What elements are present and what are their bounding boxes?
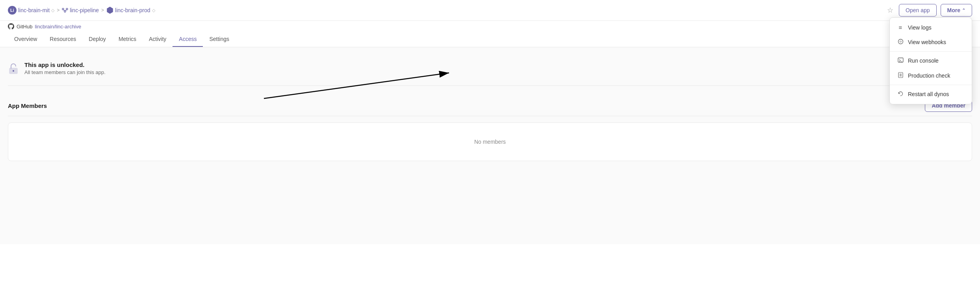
tab-access[interactable]: Access — [173, 32, 203, 47]
tab-metrics[interactable]: Metrics — [112, 32, 143, 47]
svg-point-2 — [64, 11, 66, 12]
restart-dynos-label: Restart all dynos — [908, 91, 949, 97]
unlock-text: This app is unlocked. All team members c… — [24, 61, 106, 75]
github-icon — [8, 23, 14, 30]
sub-header: GitHub lincbrain/linc-archive Overview R… — [0, 21, 980, 47]
app-name: linc-brain-prod — [115, 7, 150, 13]
dropdown-item-run-console[interactable]: Run console — [890, 53, 972, 68]
unlock-banner: This app is unlocked. All team members c… — [8, 55, 972, 86]
view-logs-icon: ≡ — [897, 24, 904, 31]
dropdown-item-production-check[interactable]: Production check — [890, 68, 972, 83]
svg-point-7 — [898, 39, 903, 44]
more-chevron-icon: ⌃ — [962, 8, 965, 13]
svg-rect-8 — [898, 58, 903, 62]
tab-overview[interactable]: Overview — [8, 32, 43, 47]
no-members-box: No members — [8, 122, 972, 161]
breadcrumb: Li linc-brain-mit ◇ > linc-pipeline > li… — [8, 6, 155, 15]
breadcrumb-pipeline[interactable]: linc-pipeline — [62, 7, 99, 13]
view-webhooks-icon — [897, 39, 904, 46]
dropdown-item-view-webhooks[interactable]: View webhooks — [890, 35, 972, 50]
dropdown-divider-1 — [890, 51, 972, 52]
app-diamond-icon: ◇ — [152, 8, 155, 13]
org-avatar: Li — [8, 6, 17, 15]
tab-settings[interactable]: Settings — [203, 32, 236, 47]
org-diamond-icon: ◇ — [51, 8, 54, 13]
svg-point-6 — [13, 70, 14, 72]
run-console-icon — [897, 57, 904, 64]
tab-deploy[interactable]: Deploy — [82, 32, 112, 47]
production-check-icon — [897, 72, 904, 79]
more-button[interactable]: More ⌃ — [941, 4, 972, 17]
production-check-label: Production check — [908, 72, 950, 79]
unlock-icon — [8, 62, 19, 78]
unlock-subtitle: All team members can join this app. — [24, 69, 106, 75]
dropdown-item-restart-dynos[interactable]: Restart all dynos — [890, 87, 972, 102]
more-dropdown-menu: ≡ View logs View webhooks Run console — [889, 17, 972, 104]
github-label: GitHub — [17, 24, 32, 30]
svg-line-4 — [65, 10, 67, 11]
section-title: App Members — [8, 102, 47, 109]
tab-resources[interactable]: Resources — [43, 32, 82, 47]
header-actions: ☆ Open app More ⌃ — [885, 4, 972, 17]
svg-line-3 — [63, 10, 65, 11]
tab-activity[interactable]: Activity — [143, 32, 173, 47]
app-hex-icon — [106, 7, 113, 14]
dropdown-divider-2 — [890, 85, 972, 85]
breadcrumb-org[interactable]: Li linc-brain-mit ◇ — [8, 6, 54, 15]
pipeline-name: linc-pipeline — [70, 7, 99, 13]
run-console-label: Run console — [908, 58, 939, 64]
main-header: Li linc-brain-mit ◇ > linc-pipeline > li… — [0, 0, 980, 21]
breadcrumb-sep-1: > — [57, 7, 59, 13]
main-content: This app is unlocked. All team members c… — [0, 47, 980, 244]
view-logs-label: View logs — [908, 24, 932, 31]
svg-point-0 — [62, 8, 64, 10]
unlock-title: This app is unlocked. — [24, 61, 106, 68]
pipeline-icon — [62, 7, 68, 13]
view-webhooks-label: View webhooks — [908, 39, 946, 45]
breadcrumb-app[interactable]: linc-brain-prod ◇ — [106, 7, 155, 14]
github-link[interactable]: GitHub lincbrain/linc-archive — [8, 22, 972, 32]
org-name: linc-brain-mit — [18, 7, 50, 13]
dropdown-item-view-logs[interactable]: ≡ View logs — [890, 20, 972, 35]
svg-point-1 — [66, 8, 68, 10]
star-button[interactable]: ☆ — [885, 4, 895, 16]
breadcrumb-sep-2: > — [101, 7, 104, 13]
nav-tabs: Overview Resources Deploy Metrics Activi… — [8, 32, 972, 47]
no-members-label: No members — [474, 139, 506, 145]
restart-dynos-icon — [897, 91, 904, 98]
app-members-header: App Members Add member — [8, 95, 972, 116]
github-repo: lincbrain/linc-archive — [35, 24, 81, 30]
open-app-button[interactable]: Open app — [899, 4, 937, 17]
